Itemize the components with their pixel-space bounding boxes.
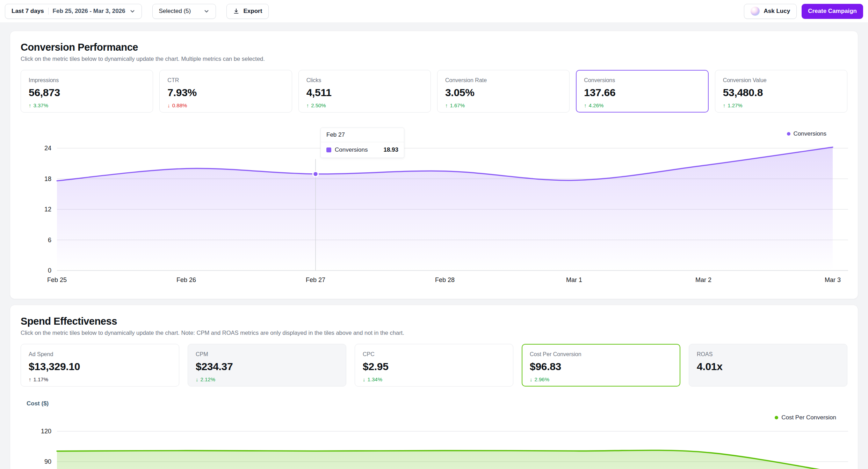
top-toolbar: Last 7 days Feb 25, 2026 - Mar 3, 2026 S… xyxy=(0,0,868,22)
tile-label: Conversions xyxy=(584,77,700,84)
tile-delta: ↑3.37% xyxy=(29,102,145,108)
cost-area-chart: 12090 xyxy=(21,420,848,469)
series-area xyxy=(57,147,833,270)
divider xyxy=(48,8,49,15)
arrow-down-icon: ↓ xyxy=(363,376,366,382)
metric-tile-ctr[interactable]: CTR7.93%↓0.88% xyxy=(159,70,292,113)
tile-label: ROAS xyxy=(697,351,839,358)
date-range-label: Feb 25, 2026 - Mar 3, 2026 xyxy=(53,8,125,15)
tile-label: Impressions xyxy=(29,77,145,84)
export-label: Export xyxy=(244,8,262,15)
hovered-data-point xyxy=(313,171,318,176)
x-axis-tick-label: Mar 1 xyxy=(566,276,582,283)
spend-section-title: Spend Effectiveness xyxy=(10,305,858,327)
tooltip-series-name: Conversions xyxy=(335,146,368,153)
spend-effectiveness-card: Spend Effectiveness Click on the metric … xyxy=(10,305,858,469)
y-axis-tick-label: 18 xyxy=(44,175,51,182)
delta-value: 1.17% xyxy=(34,376,49,382)
tile-value: 3.05% xyxy=(445,87,562,99)
tile-delta: ↓2.96% xyxy=(530,376,672,382)
spend-section-subtitle: Click on the metric tiles below to dynam… xyxy=(10,327,858,336)
spend-metric-tiles: Ad Spend$13,329.10↑1.17%CPM$234.37↓2.12%… xyxy=(10,336,858,387)
export-button[interactable]: Export xyxy=(226,4,269,19)
delta-value: 2.50% xyxy=(311,102,326,108)
y-axis-tick-label: 90 xyxy=(44,458,51,465)
tile-label: Conversion Rate xyxy=(445,77,562,84)
tile-value: 7.93% xyxy=(167,87,284,99)
tile-delta: ↑1.67% xyxy=(445,102,562,108)
delta-value: 0.88% xyxy=(172,102,187,108)
tile-delta: ↓1.34% xyxy=(363,376,505,382)
metric-tile-ad-spend[interactable]: Ad Spend$13,329.10↑1.17% xyxy=(21,344,179,387)
conversion-section-title: Conversion Performance xyxy=(10,31,858,53)
ask-lucy-label: Ask Lucy xyxy=(764,8,790,15)
selected-metrics-label: Selected (5) xyxy=(159,8,191,15)
tile-label: Ad Spend xyxy=(29,351,171,358)
y-axis-tick-label: 6 xyxy=(48,237,51,244)
x-axis-tick-label: Feb 25 xyxy=(47,276,67,283)
conversion-performance-card: Conversion Performance Click on the metr… xyxy=(10,31,858,299)
legend-label: Conversions xyxy=(794,130,827,137)
tile-label: CTR xyxy=(167,77,284,84)
date-range-picker[interactable]: Last 7 days Feb 25, 2026 - Mar 3, 2026 xyxy=(5,4,142,19)
arrow-down-icon: ↓ xyxy=(167,102,170,108)
arrow-up-icon: ↑ xyxy=(29,102,31,108)
tile-label: CPM xyxy=(196,351,338,358)
metric-tile-impressions[interactable]: Impressions56,873↑3.37% xyxy=(21,70,153,113)
metric-tile-conversions[interactable]: Conversions137.66↑4.26% xyxy=(576,70,708,113)
arrow-up-icon: ↑ xyxy=(445,102,448,108)
metric-tile-roas[interactable]: ROAS4.01x xyxy=(689,344,847,387)
tile-value: $234.37 xyxy=(196,361,338,373)
ask-lucy-button[interactable]: Ask Lucy xyxy=(744,4,797,19)
conversion-metric-tiles: Impressions56,873↑3.37%CTR7.93%↓0.88%Cli… xyxy=(10,62,858,113)
delta-value: 1.34% xyxy=(368,376,383,382)
arrow-up-icon: ↑ xyxy=(306,102,309,108)
delta-value: 1.67% xyxy=(450,102,465,108)
delta-value: 2.12% xyxy=(201,376,216,382)
tile-value: $2.95 xyxy=(363,361,505,373)
metric-tile-conversion-rate[interactable]: Conversion Rate3.05%↑1.67% xyxy=(437,70,570,113)
tooltip-series-value: 18.93 xyxy=(383,146,398,153)
legend-dot-icon xyxy=(787,132,790,136)
tooltip-date: Feb 27 xyxy=(321,128,404,142)
delta-value: 1.27% xyxy=(728,102,743,108)
metric-tile-clicks[interactable]: Clicks4,511↑2.50% xyxy=(298,70,431,113)
tile-label: Conversion Value xyxy=(723,77,839,84)
tile-label: Cost Per Conversion xyxy=(530,351,672,358)
tile-value: $13,329.10 xyxy=(29,361,171,373)
y-axis-tick-label: 12 xyxy=(44,206,51,213)
x-axis-tick-label: Mar 3 xyxy=(825,276,841,283)
arrow-down-icon: ↓ xyxy=(196,376,198,382)
x-axis-tick-label: Feb 28 xyxy=(435,276,455,283)
tile-label: Clicks xyxy=(306,77,423,84)
tile-value: 137.66 xyxy=(584,87,700,99)
create-campaign-button[interactable]: Create Campaign xyxy=(802,4,863,19)
metric-tile-conversion-value[interactable]: Conversion Value53,480.8↑1.27% xyxy=(715,70,847,113)
arrow-up-icon: ↑ xyxy=(723,102,726,108)
legend-label: Cost Per Conversion xyxy=(781,414,836,421)
x-axis-tick-label: Feb 27 xyxy=(306,276,325,283)
download-icon xyxy=(233,8,239,14)
conversions-chart[interactable]: Conversions 06121824Feb 25Feb 26Feb 27Fe… xyxy=(21,125,848,290)
lucy-orb-icon xyxy=(751,7,760,16)
tile-delta: ↑1.27% xyxy=(723,102,839,108)
conversion-section-subtitle: Click on the metric tiles below to dynam… xyxy=(10,53,858,62)
metric-tile-cpc[interactable]: CPC$2.95↓1.34% xyxy=(355,344,513,387)
x-axis-tick-label: Feb 26 xyxy=(176,276,196,283)
metric-tile-cost-per-conversion[interactable]: Cost Per Conversion$96.83↓2.96% xyxy=(522,344,680,387)
chart-legend: Conversions xyxy=(787,130,827,137)
y-axis-tick-label: 120 xyxy=(41,428,51,435)
conversions-area-chart: 06121824Feb 25Feb 26Feb 27Feb 28Mar 1Mar… xyxy=(21,125,848,290)
selected-metrics-dropdown[interactable]: Selected (5) xyxy=(152,4,216,19)
tile-value: 56,873 xyxy=(29,87,145,99)
cost-axis-label: Cost ($) xyxy=(27,400,49,407)
tile-value: 4,511 xyxy=(306,87,423,99)
delta-value: 3.37% xyxy=(34,102,49,108)
metric-tile-cpm[interactable]: CPM$234.37↓2.12% xyxy=(188,344,346,387)
arrow-up-icon: ↑ xyxy=(29,376,31,382)
chart-tooltip: Feb 27 Conversions 18.93 xyxy=(320,128,404,158)
cost-per-conversion-chart[interactable]: 12090 xyxy=(21,420,848,469)
tile-delta: ↑4.26% xyxy=(584,102,700,108)
chevron-down-icon xyxy=(204,8,209,14)
tile-delta: ↑2.50% xyxy=(306,102,423,108)
